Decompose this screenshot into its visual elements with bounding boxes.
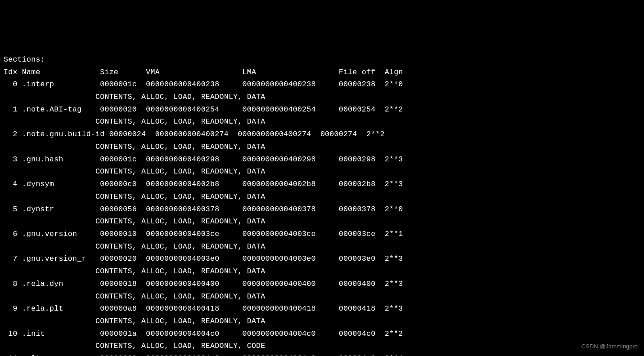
watermark: CSDN @Jammingpro: [581, 342, 638, 352]
terminal-output: Sections: Idx Name Size VMA LMA File off…: [4, 53, 644, 356]
